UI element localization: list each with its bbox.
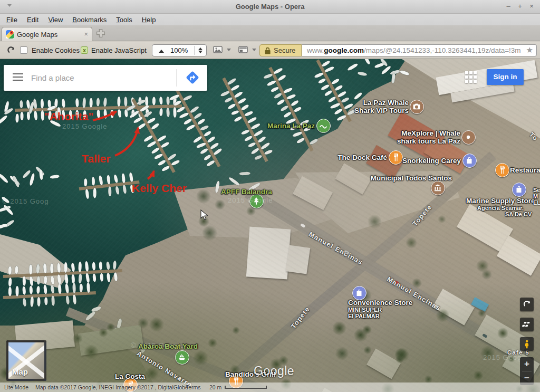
url-domain: google.com [324, 46, 364, 54]
search-card [4, 65, 207, 91]
terms-link[interactable]: Terms [186, 384, 201, 390]
zoom-spinner-up[interactable] [198, 47, 202, 50]
zoom-indicator-icon [159, 50, 164, 53]
scale-bar [225, 386, 267, 389]
javascript-toggle-icon[interactable]: x [81, 46, 88, 54]
minimize-button[interactable]: – [504, 2, 513, 11]
search-input[interactable] [31, 70, 173, 85]
annotation-arrow [148, 171, 154, 179]
map-zoom-control: + − [520, 357, 534, 385]
close-button[interactable]: × [527, 2, 536, 11]
url-text: www.google.com/maps/@24.1541233,-110.326… [307, 46, 521, 54]
menu-bookmarks[interactable]: Bookmarks [72, 14, 107, 25]
maximize-button[interactable]: + [516, 2, 524, 11]
rotate-icon [522, 299, 532, 310]
zoom-in-button[interactable]: + [520, 357, 534, 371]
secure-label: Secure [274, 46, 295, 54]
annotation-arrow [115, 128, 138, 156]
menu-file[interactable]: File [6, 14, 17, 25]
page-view-dropdown-icon[interactable] [252, 49, 256, 51]
page-view-button-icon[interactable] [238, 46, 248, 53]
map-toggle-label: Map [12, 367, 28, 376]
google-maps-favicon [6, 30, 14, 39]
tab-title: Google Maps [17, 31, 57, 39]
menu-view[interactable]: View [48, 14, 63, 25]
page-zoom-control[interactable]: 100% [152, 44, 207, 56]
divider [176, 69, 177, 87]
menu-help[interactable]: Help [142, 14, 156, 25]
menu-tools[interactable]: Tools [116, 14, 132, 25]
google-watermark: Google [254, 364, 294, 378]
images-dropdown-icon[interactable] [227, 49, 231, 51]
tab-google-maps[interactable]: Google Maps × [2, 27, 92, 41]
tilt-view-button[interactable] [520, 318, 534, 331]
scale-label: 20 m [209, 384, 221, 390]
new-tab-button[interactable] [96, 28, 105, 38]
hand-annotation: "Ahorita" [44, 110, 93, 123]
menu-edit[interactable]: Edit [27, 14, 38, 25]
menu-icon[interactable] [13, 73, 23, 82]
reload-icon[interactable] [6, 45, 16, 55]
bookmark-star-icon[interactable]: ★ [526, 45, 533, 55]
images-button-icon[interactable] [213, 46, 223, 53]
mouse-cursor [200, 209, 208, 221]
hand-annotation: Kelly Cher [132, 182, 187, 195]
enable-cookies-checkbox[interactable] [20, 46, 27, 54]
tab-bar: Google Maps × [0, 25, 540, 41]
tab-close-icon[interactable]: × [84, 30, 88, 38]
tilt-icon [522, 319, 532, 330]
directions-icon[interactable] [185, 70, 200, 85]
pegman-button[interactable] [520, 337, 534, 351]
enable-javascript-label: Enable JavaScript [91, 46, 147, 54]
url-www: www. [307, 46, 324, 54]
lite-mode-label: Lite Mode [4, 384, 28, 390]
sign-in-button[interactable]: Sign in [487, 69, 524, 85]
attribution-bar: Lite Mode Map data ©2017 Google, INEGI I… [0, 383, 540, 392]
rotate-view-button[interactable] [520, 298, 534, 311]
zoom-level-value: 100% [170, 46, 188, 54]
enable-cookies-label: Enable Cookies [32, 46, 80, 54]
lock-icon [264, 47, 271, 54]
divider [194, 46, 195, 55]
annotation-layer: "Ahorita"TallerKelly Cher [0, 59, 540, 392]
annotation-arrow [93, 111, 117, 120]
toolbar: Enable Cookies x Enable JavaScript 100% … [0, 42, 540, 59]
apps-grid-icon[interactable] [463, 69, 479, 85]
map-attribution: Map data ©2017 Google, INEGI Imagery ©20… [35, 384, 188, 390]
pegman-icon [522, 339, 532, 349]
address-bar[interactable]: www.google.com/maps/@24.1541233,-110.326… [302, 44, 537, 56]
window-title: Google Maps - Opera [0, 3, 540, 11]
map-viewport[interactable]: La Paz WhaleShark VIP ToursMarina La Paz… [0, 59, 540, 392]
url-path: /maps/@24.1541233,-110.3263441,19z/data=… [364, 46, 521, 54]
menu-bar: FileEditViewBookmarksToolsHelp [0, 14, 540, 25]
zoom-spinner-down[interactable] [198, 51, 202, 53]
browser-window: Google Maps - Opera – + × FileEditViewBo… [0, 0, 540, 392]
hand-annotation: Taller [82, 152, 110, 165]
map-mode-toggle[interactable]: Map [6, 340, 46, 381]
secure-badge[interactable]: Secure [259, 44, 302, 56]
title-bar: Google Maps - Opera – + × [0, 0, 540, 14]
